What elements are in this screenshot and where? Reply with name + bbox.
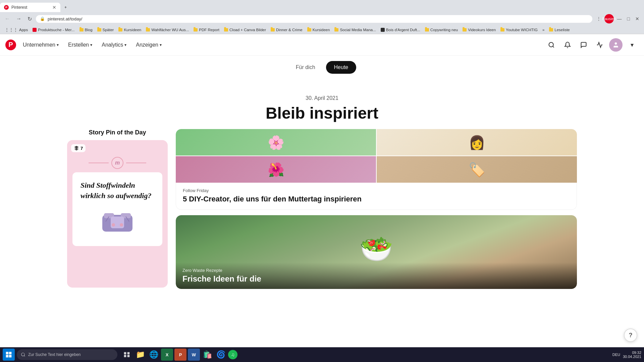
diaper-svg [97, 206, 138, 233]
story-pin-card[interactable]: 7 m Sind Stoffwindeln wirklich so aufwen… [67, 140, 168, 288]
food-card-overlay: Zero Waste Rezepte Frische Ideen für die [176, 262, 577, 289]
story-card-text: Sind Stoffwindeln wirklich so aufwendig? [80, 180, 154, 201]
bookmark-dinner[interactable]: Dinner & Crime [269, 27, 305, 33]
profile-btn[interactable]: Pausiert [604, 14, 614, 23]
nav-item-label: Unternehmen [23, 42, 55, 48]
hero-section: 30. April 2021 Bleib inspiriert [0, 82, 644, 129]
forward-btn[interactable]: → [14, 14, 23, 23]
bookmark-cload[interactable]: Cload + Canva Bilder [222, 27, 268, 33]
badge-count: 7 [80, 146, 83, 151]
food-image: Zero Waste Rezepte Frische Ideen für die [176, 215, 577, 289]
activity-btn[interactable] [593, 38, 606, 52]
nav-item-anzeigen[interactable]: Anzeigen ▾ [132, 39, 166, 51]
svg-line-1 [553, 46, 554, 47]
svg-point-9 [120, 223, 123, 227]
food-card-category: Zero Waste Rezepte [182, 268, 570, 273]
pinterest-app: P Unternehmen ▾ Erstellen ▾ Analytics ▾ … [0, 34, 644, 302]
bookmark-pdf[interactable]: PDF Report [192, 27, 221, 33]
bookmark-kursideen1[interactable]: Kursideen [116, 27, 143, 33]
nav-item-label: Anzeigen [136, 42, 158, 48]
browser-actions: ⋮ Pausiert — □ ✕ [594, 14, 641, 23]
story-pin-badge: 7 [71, 144, 86, 152]
new-tab-btn[interactable]: + [60, 3, 74, 12]
bookmark-apps[interactable]: ⋮⋮⋮ Apps [3, 26, 30, 33]
user-avatar[interactable] [609, 38, 623, 52]
bookmark-label: Blog [85, 28, 93, 32]
minimize-btn[interactable]: — [615, 15, 624, 23]
bookmark-bois[interactable]: Bois d'Argent Duft... [379, 27, 422, 33]
browser-toolbar: ← → ↻ 🔒 pinterest.at/today/ ⋮ Pausiert —… [0, 12, 644, 25]
bookmark-copywriting[interactable]: Copywriting neu [423, 27, 460, 33]
bookmark-label: Kursideen [124, 28, 141, 32]
nav-item-unternehmen[interactable]: Unternehmen ▾ [19, 39, 63, 51]
layers-icon [74, 145, 79, 151]
address-bar[interactable]: 🔒 pinterest.at/today/ [36, 15, 592, 23]
extensions-btn[interactable]: ⋮ [594, 15, 603, 23]
bookmark-leseliste[interactable]: Leseliste [547, 27, 572, 33]
nav-item-analytics[interactable]: Analytics ▾ [98, 39, 130, 51]
activity-icon [596, 42, 603, 48]
bookmark-label: Apps [19, 28, 28, 32]
chevron-down-icon: ▾ [124, 43, 126, 47]
photo-block-3 [176, 156, 376, 183]
bookmark-spaeter[interactable]: Später [95, 27, 116, 33]
bookmark-social[interactable]: Social Media Mana... [332, 27, 378, 33]
svg-rect-7 [111, 217, 124, 228]
notifications-btn[interactable] [561, 38, 574, 52]
refresh-btn[interactable]: ↻ [25, 14, 34, 23]
bookmark-blog[interactable]: Blog [77, 27, 95, 33]
bookmark-label: Produktsuche - Mer... [38, 28, 74, 32]
browser-tab-bar: Pinterest ✕ + [0, 0, 644, 12]
svg-point-8 [112, 223, 115, 227]
bookmark-label: Wahlfächer WU Aus... [151, 28, 189, 32]
bookmark-youtube[interactable]: Youtube WICHTIG [498, 27, 540, 33]
svg-point-0 [549, 42, 553, 47]
tab-close-btn[interactable]: ✕ [52, 5, 56, 10]
close-btn[interactable]: ✕ [633, 15, 641, 23]
hero-title: Bleib inspiriert [0, 104, 644, 122]
chevron-down-icon: ▾ [160, 43, 162, 47]
cards-container: Story Pin of the Day 7 m [0, 129, 644, 302]
zero-waste-card[interactable]: Zero Waste Rezepte Frische Ideen für die [176, 215, 577, 289]
svg-marker-3 [74, 146, 78, 148]
bookmark-videokurs[interactable]: Videokurs Ideen [461, 27, 498, 33]
bookmark-kursideen2[interactable]: Kursideen [305, 27, 332, 33]
content-area: Für dich Heute 30. April 2021 Bleib insp… [0, 56, 644, 302]
svg-point-2 [615, 42, 617, 45]
browser-window: Pinterest ✕ + ← → ↻ 🔒 pinterest.at/today… [0, 0, 644, 302]
nav-item-label: Erstellen [68, 42, 89, 48]
bookmark-label: Kursideen [313, 28, 330, 32]
bell-icon [564, 42, 571, 48]
story-pin-label: Story Pin of the Day [67, 129, 168, 136]
photo-block-2 [377, 129, 577, 156]
messages-btn[interactable] [577, 38, 590, 52]
story-pin-content: Sind Stoffwindeln wirklich so aufwendig? [72, 172, 162, 246]
lock-icon: 🔒 [40, 16, 45, 21]
maximize-btn[interactable]: □ [625, 15, 632, 23]
bookmark-produktsuche[interactable]: Produktsuche - Mer... [31, 27, 76, 33]
hero-date: 30. April 2021 [0, 95, 644, 101]
bookmark-more[interactable]: » [540, 27, 546, 33]
bookmark-wahlfaecher[interactable]: Wahlfächer WU Aus... [144, 27, 191, 33]
story-pin-section: Story Pin of the Day 7 m [67, 129, 168, 289]
tab-heute[interactable]: Heute [326, 61, 357, 74]
tab-fuer-dich[interactable]: Für dich [288, 61, 323, 74]
story-pin-decoration: m [89, 157, 146, 169]
chevron-down-icon: ▾ [90, 43, 92, 47]
profile-chevron-btn[interactable]: ▾ [625, 38, 639, 52]
pinterest-logo[interactable]: P [5, 40, 16, 50]
profile-label: Pausiert [602, 17, 615, 21]
follow-friday-photo-grid [176, 129, 577, 183]
browser-tab-pinterest[interactable]: Pinterest ✕ [0, 3, 60, 12]
bookmark-label: Copywriting neu [430, 28, 458, 32]
follow-friday-category: Follow Friday [183, 188, 570, 193]
bookmarks-bar: ⋮⋮⋮ Apps Produktsuche - Mer... Blog Spät… [0, 25, 644, 34]
back-btn[interactable]: ← [3, 14, 12, 23]
search-btn[interactable] [545, 38, 558, 52]
pinterest-nav: P Unternehmen ▾ Erstellen ▾ Analytics ▾ … [0, 34, 644, 56]
follow-friday-card[interactable]: Follow Friday 5 DIY-Creator, die uns für… [176, 129, 577, 210]
follow-friday-body: Follow Friday 5 DIY-Creator, die uns für… [176, 183, 577, 210]
user-icon [612, 42, 619, 48]
nav-item-erstellen[interactable]: Erstellen ▾ [64, 39, 96, 51]
nav-right: ▾ [545, 38, 639, 52]
